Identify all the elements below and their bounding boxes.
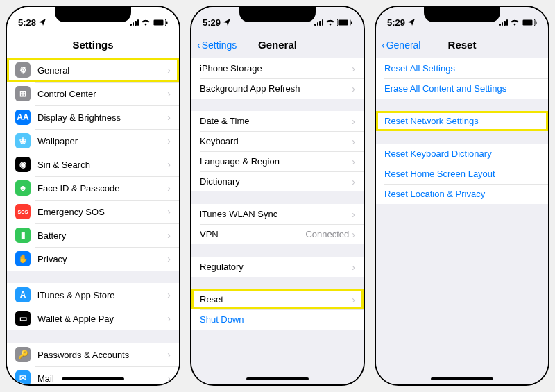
wifi-icon xyxy=(325,19,335,26)
chevron-right-icon: › xyxy=(352,116,355,127)
chevron-right-icon: › xyxy=(167,65,171,76)
row-reset-network-settings[interactable]: Reset Network Settings xyxy=(376,111,548,131)
general-list[interactable]: iPhone Storage›Background App Refresh›Da… xyxy=(191,58,364,384)
control-center-icon: ⊞ xyxy=(15,86,31,101)
row-reset-home-screen-layout[interactable]: Reset Home Screen Layout xyxy=(376,164,548,184)
status-time: 5:28 xyxy=(18,17,36,28)
phone-settings: 5:28 Settings ⚙General›⊞Control Center›A… xyxy=(6,6,180,386)
wifi-icon xyxy=(510,19,520,26)
wifi-icon xyxy=(141,19,151,26)
chevron-right-icon: › xyxy=(167,182,171,194)
row-battery[interactable]: ▮Battery› xyxy=(7,223,179,247)
signal-icon xyxy=(499,19,508,26)
row-reset[interactable]: Reset› xyxy=(191,289,364,309)
home-indicator[interactable] xyxy=(431,377,493,380)
row-wallet-apple-pay[interactable]: ▭Wallet & Apple Pay› xyxy=(7,307,179,330)
row-label: Erase All Content and Settings xyxy=(384,83,540,94)
chevron-right-icon: › xyxy=(167,230,171,241)
row-wallpaper[interactable]: ❀Wallpaper› xyxy=(7,129,179,153)
row-label: Siri & Search xyxy=(37,160,167,170)
row-reset-keyboard-dictionary[interactable]: Reset Keyboard Dictionary xyxy=(376,144,548,164)
chevron-right-icon: › xyxy=(352,262,355,273)
status-time: 5:29 xyxy=(203,17,221,28)
row-keyboard[interactable]: Keyboard› xyxy=(191,131,364,151)
row-passwords-accounts[interactable]: 🔑Passwords & Accounts› xyxy=(7,343,179,366)
row-language-region[interactable]: Language & Region› xyxy=(191,151,364,171)
back-label: General xyxy=(386,40,421,51)
row-general[interactable]: ⚙General› xyxy=(7,58,179,82)
row-itunes-app-store[interactable]: AiTunes & App Store› xyxy=(7,283,179,307)
row-display-brightness[interactable]: AADisplay & Brightness› xyxy=(7,105,179,129)
row-shut-down[interactable]: Shut Down xyxy=(191,309,364,330)
row-label: Reset Network Settings xyxy=(384,116,540,126)
battery-icon: ▮ xyxy=(15,228,31,243)
signal-icon xyxy=(314,19,323,26)
page-title: Reset xyxy=(448,39,477,51)
row-label: iPhone Storage xyxy=(200,63,352,74)
location-icon xyxy=(39,19,46,26)
itunes-app-store-icon: A xyxy=(15,287,31,302)
emergency-sos-icon: SOS xyxy=(15,204,31,219)
back-button[interactable]: ‹ Settings xyxy=(197,32,237,58)
row-reset-all-settings[interactable]: Reset All Settings xyxy=(376,58,548,78)
row-emergency-sos[interactable]: SOSEmergency SOS› xyxy=(7,200,179,223)
row-erase-all-content-and-settings[interactable]: Erase All Content and Settings xyxy=(376,78,548,99)
chevron-right-icon: › xyxy=(167,112,171,123)
row-reset-location-privacy[interactable]: Reset Location & Privacy xyxy=(376,184,548,204)
chevron-right-icon: › xyxy=(352,156,355,167)
chevron-left-icon: ‹ xyxy=(382,40,385,51)
row-date-time[interactable]: Date & Time› xyxy=(191,111,364,131)
row-label: Wallpaper xyxy=(37,136,167,146)
svg-rect-7 xyxy=(523,19,533,25)
home-indicator[interactable] xyxy=(246,377,309,380)
chevron-left-icon: ‹ xyxy=(197,40,200,51)
row-label: Emergency SOS xyxy=(37,207,167,217)
general-icon: ⚙ xyxy=(15,62,31,78)
row-label: VPN xyxy=(200,229,305,239)
chevron-right-icon: › xyxy=(167,159,171,170)
row-label: Reset Location & Privacy xyxy=(384,189,540,199)
row-label: Face ID & Passcode xyxy=(37,183,167,194)
wallpaper-icon: ❀ xyxy=(15,133,31,148)
row-privacy[interactable]: ✋Privacy› xyxy=(7,247,179,271)
svg-rect-2 xyxy=(166,21,168,24)
row-label: Passwords & Accounts xyxy=(37,350,167,360)
row-label: Reset xyxy=(200,294,352,305)
row-label: Shut Down xyxy=(200,314,355,325)
display-brightness-icon: AA xyxy=(15,110,31,125)
back-button[interactable]: ‹ General xyxy=(382,32,420,58)
settings-list[interactable]: ⚙General›⊞Control Center›AADisplay & Bri… xyxy=(7,58,179,384)
battery-icon xyxy=(153,19,168,26)
row-mail[interactable]: ✉Mail› xyxy=(7,366,179,384)
row-control-center[interactable]: ⊞Control Center› xyxy=(7,82,179,105)
nav-bar: ‹ Settings General xyxy=(191,32,364,58)
nav-bar: Settings xyxy=(7,32,179,58)
back-label: Settings xyxy=(202,40,237,51)
chevron-right-icon: › xyxy=(167,206,171,217)
location-icon xyxy=(223,19,230,26)
row-label: General xyxy=(37,65,167,76)
row-label: Wallet & Apple Pay xyxy=(37,314,167,324)
page-title: General xyxy=(258,39,297,51)
row-regulatory[interactable]: Regulatory› xyxy=(191,257,364,277)
row-face-id-passcode[interactable]: ☻Face ID & Passcode› xyxy=(7,176,179,200)
row-label: Keyboard xyxy=(200,136,352,146)
chevron-right-icon: › xyxy=(167,88,171,99)
row-background-app-refresh[interactable]: Background App Refresh› xyxy=(191,78,364,99)
home-indicator[interactable] xyxy=(62,377,124,380)
chevron-right-icon: › xyxy=(167,373,171,384)
row-vpn[interactable]: VPNConnected› xyxy=(191,224,364,244)
page-title: Settings xyxy=(72,39,113,51)
signal-icon xyxy=(130,19,139,26)
row-iphone-storage[interactable]: iPhone Storage› xyxy=(191,58,364,78)
reset-list[interactable]: Reset All SettingsErase All Content and … xyxy=(376,58,548,384)
row-siri-search[interactable]: ◉Siri & Search› xyxy=(7,153,179,176)
chevron-right-icon: › xyxy=(352,63,355,74)
mail-icon: ✉ xyxy=(15,370,31,384)
row-itunes-wlan-sync[interactable]: iTunes WLAN Sync› xyxy=(191,204,364,224)
chevron-right-icon: › xyxy=(167,289,171,300)
row-dictionary[interactable]: Dictionary› xyxy=(191,171,364,191)
row-label: Display & Brightness xyxy=(37,112,167,123)
row-label: Background App Refresh xyxy=(200,83,352,94)
chevron-right-icon: › xyxy=(352,294,355,305)
